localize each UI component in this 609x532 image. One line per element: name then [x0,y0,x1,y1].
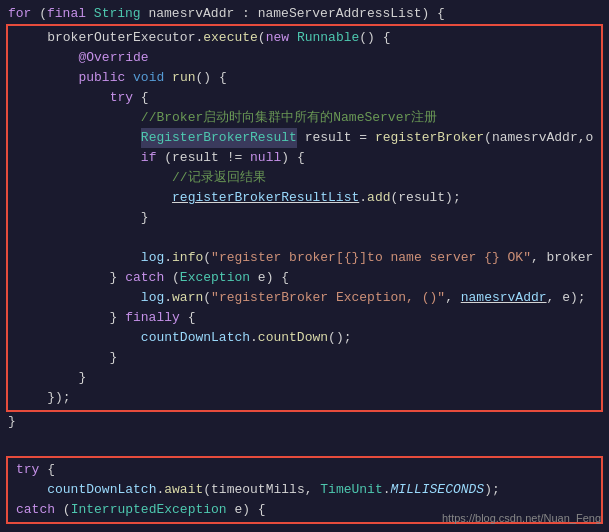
line-17: countDownLatch.countDown(); [8,328,601,348]
line-8: if (result != null) { [8,148,601,168]
line-4: public void run() { [8,68,601,88]
red-box-main: brokerOuterExecutor.execute(new Runnable… [6,24,603,412]
line-5: try { [8,88,601,108]
line-11: } [8,208,601,228]
line-14: } catch (Exception e) { [8,268,601,288]
line-16: } finally { [8,308,601,328]
line-empty2 [0,432,609,452]
line-2: brokerOuterExecutor.execute(new Runnable… [8,28,601,48]
line-24: countDownLatch.await(timeoutMills, TimeU… [8,480,601,500]
line-empty1 [8,228,601,248]
watermark: https://blog.csdn.net/Nuan_Feng [442,512,601,524]
line-21: } [0,412,609,432]
line-9: //记录返回结果 [8,168,601,188]
code-container: for (final String namesrvAddr : nameServ… [0,0,609,532]
line-15: log.warn("registerBroker Exception, ()",… [8,288,601,308]
line-10: registerBrokerResultList.add(result); [8,188,601,208]
line-3: @Override [8,48,601,68]
line-6: //Broker启动时向集群中所有的NameServer注册 [8,108,601,128]
line-7: RegisterBrokerResult result = registerBr… [8,128,601,148]
line-20: }); [8,388,601,408]
line-19: } [8,368,601,388]
line-1: for (final String namesrvAddr : nameServ… [0,4,609,24]
line-23: try { [8,460,601,480]
line-13: log.info("register broker[{}]to name ser… [8,248,601,268]
line-18: } [8,348,601,368]
code-area: for (final String namesrvAddr : nameServ… [0,0,609,528]
